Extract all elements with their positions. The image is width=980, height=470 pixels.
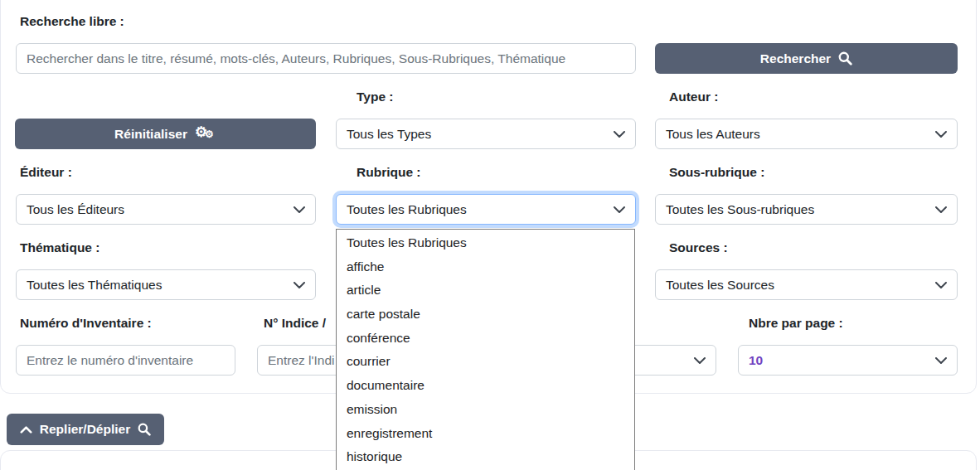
dropdown-option[interactable]: documentaire — [337, 374, 634, 398]
chevron-down-icon — [935, 282, 947, 288]
thematique-label: Thématique : — [20, 240, 99, 255]
chevron-up-icon — [20, 426, 32, 434]
dropdown-option[interactable]: Toutes les Rubriques — [337, 231, 634, 255]
sources-select-value: Toutes les Sources — [666, 278, 774, 293]
thematique-select-value: Toutes les Thématiques — [27, 278, 162, 293]
dropdown-option[interactable]: article — [337, 279, 634, 303]
dropdown-option[interactable]: carte postale — [337, 303, 634, 327]
auteur-select[interactable]: Tous les Auteurs — [655, 119, 958, 149]
per-page-select[interactable]: 10 — [738, 345, 958, 376]
sous-rubrique-select-value: Toutes les Sous-rubriques — [666, 202, 814, 217]
reset-button-label: Réinitialiser — [114, 127, 187, 142]
inventaire-label: Numéro d'Inventaire : — [20, 316, 152, 331]
rubrique-label: Rubrique : — [357, 165, 421, 180]
reset-button[interactable]: Réinitialiser ⚙⚙ — [15, 119, 316, 149]
chevron-down-icon — [935, 357, 947, 364]
dropdown-option[interactable]: historique — [337, 445, 634, 469]
dropdown-option[interactable]: courrier — [337, 350, 634, 374]
sources-select[interactable]: Toutes les Sources — [655, 269, 958, 300]
type-select-value: Tous les Types — [347, 127, 431, 142]
editeur-select-value: Tous les Éditeurs — [27, 202, 124, 217]
per-page-label: Nbre par page : — [749, 316, 843, 331]
chevron-down-icon — [935, 206, 947, 213]
sous-rubrique-select[interactable]: Toutes les Sous-rubriques — [655, 194, 958, 225]
toggle-button-label: Replier/Déplier — [40, 422, 130, 437]
rubrique-select[interactable]: Toutes les Rubriques — [336, 194, 636, 225]
per-page-select-value: 10 — [749, 353, 763, 368]
chevron-down-icon — [294, 206, 305, 213]
search-button[interactable]: Rechercher — [655, 43, 958, 74]
chevron-down-icon — [614, 206, 625, 213]
auteur-label: Auteur : — [669, 90, 718, 104]
type-label: Type : — [357, 90, 394, 104]
indice-label: N° Indice / — [264, 316, 326, 331]
dropdown-option[interactable]: emission — [337, 398, 634, 422]
chevron-down-icon — [294, 282, 305, 288]
sous-rubrique-label: Sous-rubrique : — [669, 165, 764, 180]
free-search-input[interactable] — [16, 43, 636, 74]
chevron-down-icon — [694, 357, 706, 364]
chevron-down-icon — [614, 131, 625, 138]
search-button-label: Rechercher — [760, 51, 831, 66]
type-select[interactable]: Tous les Types — [336, 119, 636, 149]
dropdown-option[interactable]: conférence — [337, 327, 634, 351]
auteur-select-value: Tous les Auteurs — [666, 127, 760, 142]
dropdown-option[interactable]: enregistrement — [337, 422, 634, 446]
cogs-icon: ⚙⚙ — [195, 126, 216, 143]
thematique-select[interactable]: Toutes les Thématiques — [16, 269, 316, 300]
chevron-down-icon — [935, 131, 947, 138]
rubrique-select-value: Toutes les Rubriques — [347, 202, 467, 217]
free-search-label: Recherche libre : — [20, 14, 124, 29]
inventaire-input[interactable] — [16, 345, 235, 376]
dropdown-option[interactable]: affiche — [337, 255, 634, 279]
sources-label: Sources : — [669, 240, 728, 255]
toggle-button[interactable]: Replier/Déplier — [7, 414, 164, 445]
rubrique-dropdown-list: Toutes les Rubriquesaffichearticlecarte … — [336, 229, 635, 470]
search-icon — [838, 51, 852, 65]
editeur-select[interactable]: Tous les Éditeurs — [16, 194, 316, 225]
search-icon — [138, 423, 151, 436]
editeur-label: Éditeur : — [20, 165, 72, 180]
